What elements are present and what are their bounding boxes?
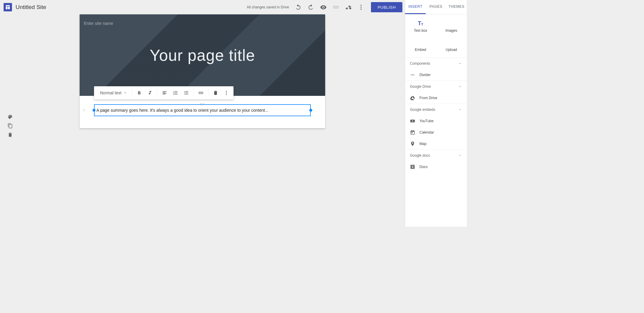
italic-button[interactable] <box>145 87 155 98</box>
text-box-content[interactable]: A page summary goes here. It's always a … <box>94 104 311 116</box>
collapse-icon <box>458 108 462 112</box>
right-panel: INSERT PAGES THEMES TT Text box Images E… <box>405 0 467 227</box>
insert-grid: TT Text box Images Embed Upload <box>405 14 467 58</box>
right-panel-tabs: INSERT PAGES THEMES <box>405 0 467 14</box>
editor-main: Untitled Site All changes saved in Drive… <box>0 0 405 227</box>
section-palette-button[interactable] <box>6 113 14 121</box>
docs-icon <box>410 164 415 170</box>
insert-textbox-label: Text box <box>414 28 427 33</box>
drive-icon <box>410 95 415 101</box>
tab-themes[interactable]: THEMES <box>446 0 467 14</box>
resize-handle-left[interactable] <box>93 109 96 112</box>
insert-textbox-button[interactable]: TT Text box <box>405 17 436 36</box>
undo-button[interactable] <box>292 1 304 13</box>
section-components-label: Components <box>410 61 430 66</box>
youtube-icon <box>410 118 415 124</box>
section-google-docs[interactable]: Google docs <box>405 149 467 161</box>
topbar: Untitled Site All changes saved in Drive… <box>0 0 405 14</box>
insert-link-button[interactable] <box>196 87 206 98</box>
section-duplicate-button[interactable] <box>6 122 14 130</box>
hero-section[interactable]: Enter site name Your page title <box>80 14 325 96</box>
section-google-embeds[interactable]: Google embeds <box>405 104 467 115</box>
row-calendar-label: Calendar <box>419 130 434 134</box>
hero-page-title[interactable]: Your page title <box>80 14 325 96</box>
row-from-drive-label: From Drive <box>419 96 437 100</box>
divider-icon <box>410 72 415 78</box>
svg-rect-1 <box>6 7 7 9</box>
share-button[interactable] <box>342 1 355 13</box>
calendar-icon <box>410 130 415 135</box>
row-docs-label: Docs <box>419 165 428 169</box>
svg-point-7 <box>226 93 227 93</box>
insert-upload-label: Upload <box>446 48 457 52</box>
save-status: All changes saved in Drive <box>247 5 289 9</box>
app-logo-icon <box>4 3 12 11</box>
row-youtube-label: YouTube <box>419 119 434 123</box>
svg-rect-2 <box>8 7 10 9</box>
insert-embed-button[interactable]: Embed <box>405 36 436 55</box>
map-pin-icon <box>410 141 415 146</box>
collapse-icon <box>458 84 462 89</box>
section-delete-button[interactable] <box>6 131 14 139</box>
insert-images-label: Images <box>446 28 457 33</box>
section-google-docs-label: Google docs <box>410 153 430 158</box>
row-map[interactable]: Map <box>405 138 467 149</box>
collapse-icon <box>458 61 462 66</box>
text-icon: TT <box>418 20 423 27</box>
section-google-drive-label: Google Drive <box>410 84 431 89</box>
row-from-drive[interactable]: From Drive <box>405 92 467 104</box>
redo-button[interactable] <box>304 1 317 13</box>
publish-button[interactable]: PUBLISH <box>371 2 402 12</box>
bulleted-list-button[interactable] <box>181 87 192 98</box>
textbox-more-button[interactable] <box>221 87 232 98</box>
text-format-toolbar: Normal text <box>94 86 234 99</box>
collapse-icon <box>458 153 462 158</box>
insert-images-button[interactable]: Images <box>436 17 467 36</box>
tab-insert[interactable]: INSERT <box>405 0 426 14</box>
resize-handle-right[interactable] <box>309 109 312 112</box>
svg-rect-9 <box>411 75 414 75</box>
text-box-component[interactable]: Normal text <box>94 104 311 116</box>
tab-pages[interactable]: PAGES <box>426 0 446 14</box>
row-drag-grip-icon[interactable]: ⠿ <box>83 109 85 111</box>
svg-point-3 <box>361 5 362 6</box>
delete-textbox-button[interactable] <box>210 87 221 98</box>
section-google-embeds-label: Google embeds <box>410 108 435 112</box>
svg-point-6 <box>226 91 227 92</box>
bold-button[interactable] <box>134 87 145 98</box>
link-button[interactable] <box>330 1 342 13</box>
row-docs[interactable]: Docs <box>405 161 467 173</box>
svg-point-8 <box>226 94 227 95</box>
preview-button[interactable] <box>317 1 330 13</box>
body-section: Normal text <box>80 96 325 128</box>
drag-grip-icon[interactable]: ⠿⠿ <box>200 103 205 106</box>
site-title-input[interactable]: Untitled Site <box>16 4 46 10</box>
page-canvas[interactable]: Enter site name Your page title Normal t… <box>80 14 325 128</box>
text-style-dropdown[interactable]: Normal text <box>96 90 130 95</box>
row-youtube[interactable]: YouTube <box>405 115 467 127</box>
insert-embed-label: Embed <box>415 48 426 52</box>
canvas-area: Enter site name Your page title Normal t… <box>0 14 405 227</box>
section-components[interactable]: Components <box>405 58 467 69</box>
text-style-label: Normal text <box>100 90 122 95</box>
section-side-toolbar <box>6 113 14 139</box>
svg-point-5 <box>361 9 362 10</box>
row-calendar[interactable]: Calendar <box>405 127 467 138</box>
svg-point-4 <box>361 7 362 8</box>
insert-upload-button[interactable]: Upload <box>436 36 467 55</box>
section-google-drive[interactable]: Google Drive <box>405 81 467 92</box>
svg-rect-0 <box>6 5 10 6</box>
align-button[interactable] <box>159 87 170 98</box>
more-button[interactable] <box>355 1 367 13</box>
row-map-label: Map <box>419 142 426 146</box>
numbered-list-button[interactable] <box>170 87 181 98</box>
row-divider-label: Divider <box>419 73 431 77</box>
row-divider[interactable]: Divider <box>405 69 467 81</box>
